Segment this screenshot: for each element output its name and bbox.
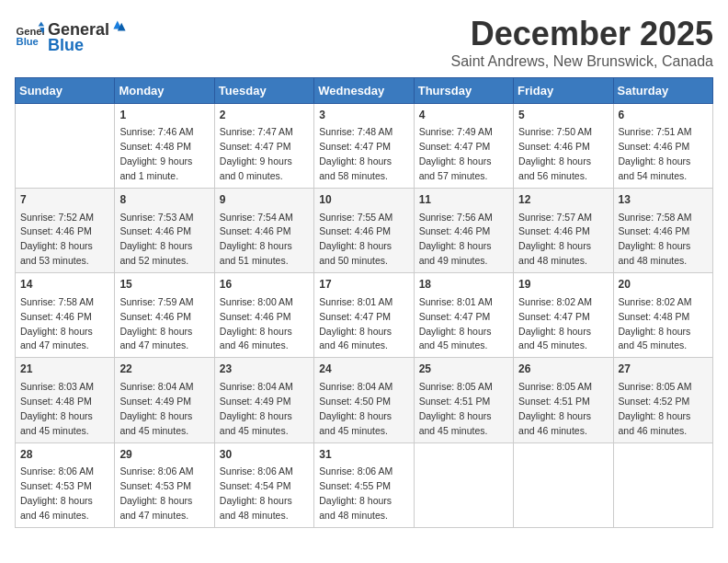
day-number: 3 bbox=[319, 108, 408, 123]
weekday-header: Tuesday bbox=[214, 78, 313, 104]
weekday-header: Wednesday bbox=[314, 78, 414, 104]
day-number: 30 bbox=[220, 447, 309, 463]
title-section: December 2025 Saint Andrews, New Brunswi… bbox=[451, 15, 713, 70]
day-number: 26 bbox=[518, 362, 608, 377]
day-info: Sunrise: 7:52 AM Sunset: 4:46 PM Dayligh… bbox=[20, 212, 94, 267]
calendar-week-row: 28Sunrise: 8:06 AM Sunset: 4:53 PM Dayli… bbox=[16, 442, 713, 527]
calendar-cell: 22Sunrise: 8:04 AM Sunset: 4:49 PM Dayli… bbox=[115, 358, 214, 442]
calendar-cell: 14Sunrise: 7:58 AM Sunset: 4:46 PM Dayli… bbox=[16, 273, 115, 358]
calendar-cell: 15Sunrise: 7:59 AM Sunset: 4:46 PM Dayli… bbox=[115, 273, 214, 358]
day-number: 28 bbox=[20, 447, 109, 463]
day-number: 2 bbox=[220, 108, 309, 123]
day-info: Sunrise: 8:02 AM Sunset: 4:47 PM Dayligh… bbox=[518, 296, 592, 351]
header: General Blue General Blue December 2025 … bbox=[15, 15, 713, 70]
calendar-cell: 8Sunrise: 7:53 AM Sunset: 4:46 PM Daylig… bbox=[115, 189, 214, 273]
calendar-cell: 21Sunrise: 8:03 AM Sunset: 4:48 PM Dayli… bbox=[16, 358, 115, 442]
calendar-table: SundayMondayTuesdayWednesdayThursdayFrid… bbox=[15, 77, 713, 528]
day-info: Sunrise: 7:58 AM Sunset: 4:46 PM Dayligh… bbox=[20, 296, 94, 351]
subtitle: Saint Andrews, New Brunswick, Canada bbox=[451, 53, 713, 70]
logo-arrow-icon bbox=[109, 15, 130, 35]
svg-text:Blue: Blue bbox=[17, 36, 39, 47]
day-info: Sunrise: 8:04 AM Sunset: 4:50 PM Dayligh… bbox=[319, 381, 392, 436]
day-number: 4 bbox=[419, 108, 508, 123]
day-info: Sunrise: 8:02 AM Sunset: 4:48 PM Dayligh… bbox=[619, 296, 692, 351]
calendar-cell: 24Sunrise: 8:04 AM Sunset: 4:50 PM Dayli… bbox=[314, 358, 414, 442]
day-info: Sunrise: 7:55 AM Sunset: 4:46 PM Dayligh… bbox=[319, 212, 392, 267]
calendar-cell: 20Sunrise: 8:02 AM Sunset: 4:48 PM Dayli… bbox=[613, 273, 712, 358]
day-number: 12 bbox=[518, 192, 608, 208]
day-number: 9 bbox=[220, 192, 309, 208]
calendar-cell: 3Sunrise: 7:48 AM Sunset: 4:47 PM Daylig… bbox=[314, 104, 414, 189]
calendar-cell: 6Sunrise: 7:51 AM Sunset: 4:46 PM Daylig… bbox=[613, 104, 712, 189]
day-info: Sunrise: 7:46 AM Sunset: 4:48 PM Dayligh… bbox=[119, 126, 193, 181]
day-info: Sunrise: 8:05 AM Sunset: 4:51 PM Dayligh… bbox=[518, 381, 592, 436]
calendar-cell: 31Sunrise: 8:06 AM Sunset: 4:55 PM Dayli… bbox=[314, 442, 414, 527]
day-number: 16 bbox=[220, 277, 309, 293]
day-number: 13 bbox=[619, 192, 708, 208]
day-number: 21 bbox=[20, 362, 109, 377]
calendar-cell: 26Sunrise: 8:05 AM Sunset: 4:51 PM Dayli… bbox=[514, 358, 613, 442]
calendar-week-row: 1Sunrise: 7:46 AM Sunset: 4:48 PM Daylig… bbox=[16, 104, 713, 189]
calendar-cell: 25Sunrise: 8:05 AM Sunset: 4:51 PM Dayli… bbox=[414, 358, 513, 442]
calendar-cell: 5Sunrise: 7:50 AM Sunset: 4:46 PM Daylig… bbox=[514, 104, 613, 189]
day-number: 14 bbox=[20, 277, 109, 293]
day-info: Sunrise: 8:05 AM Sunset: 4:52 PM Dayligh… bbox=[619, 381, 692, 436]
day-info: Sunrise: 8:06 AM Sunset: 4:55 PM Dayligh… bbox=[319, 465, 392, 521]
day-info: Sunrise: 7:49 AM Sunset: 4:47 PM Dayligh… bbox=[419, 126, 493, 181]
day-number: 23 bbox=[220, 362, 309, 377]
day-number: 20 bbox=[619, 277, 708, 293]
calendar-cell bbox=[613, 442, 712, 527]
day-info: Sunrise: 8:04 AM Sunset: 4:49 PM Dayligh… bbox=[220, 381, 293, 436]
day-info: Sunrise: 7:53 AM Sunset: 4:46 PM Dayligh… bbox=[119, 212, 193, 267]
weekday-header: Friday bbox=[514, 78, 613, 104]
day-number: 7 bbox=[20, 192, 109, 208]
weekday-header: Monday bbox=[115, 78, 214, 104]
calendar-cell: 23Sunrise: 8:04 AM Sunset: 4:49 PM Dayli… bbox=[214, 358, 313, 442]
calendar-week-row: 7Sunrise: 7:52 AM Sunset: 4:46 PM Daylig… bbox=[16, 189, 713, 273]
day-number: 22 bbox=[119, 362, 209, 377]
calendar-cell: 4Sunrise: 7:49 AM Sunset: 4:47 PM Daylig… bbox=[414, 104, 513, 189]
calendar-cell bbox=[16, 104, 115, 189]
weekday-header: Saturday bbox=[613, 78, 712, 104]
day-info: Sunrise: 7:56 AM Sunset: 4:46 PM Dayligh… bbox=[419, 212, 493, 267]
day-number: 5 bbox=[518, 108, 608, 123]
day-info: Sunrise: 8:01 AM Sunset: 4:47 PM Dayligh… bbox=[319, 296, 392, 351]
day-info: Sunrise: 8:06 AM Sunset: 4:53 PM Dayligh… bbox=[119, 465, 193, 521]
calendar-cell: 16Sunrise: 8:00 AM Sunset: 4:46 PM Dayli… bbox=[214, 273, 313, 358]
calendar-cell: 29Sunrise: 8:06 AM Sunset: 4:53 PM Dayli… bbox=[115, 442, 214, 527]
day-info: Sunrise: 8:04 AM Sunset: 4:49 PM Dayligh… bbox=[119, 381, 193, 436]
day-info: Sunrise: 7:54 AM Sunset: 4:46 PM Dayligh… bbox=[220, 212, 293, 267]
calendar-cell bbox=[514, 442, 613, 527]
day-number: 18 bbox=[419, 277, 508, 293]
day-info: Sunrise: 7:47 AM Sunset: 4:47 PM Dayligh… bbox=[220, 126, 293, 181]
day-number: 25 bbox=[419, 362, 508, 377]
day-info: Sunrise: 7:50 AM Sunset: 4:46 PM Dayligh… bbox=[518, 126, 592, 181]
day-number: 29 bbox=[119, 447, 209, 463]
day-info: Sunrise: 8:00 AM Sunset: 4:46 PM Dayligh… bbox=[220, 296, 293, 351]
day-info: Sunrise: 7:51 AM Sunset: 4:46 PM Dayligh… bbox=[619, 126, 692, 181]
calendar-cell: 13Sunrise: 7:58 AM Sunset: 4:46 PM Dayli… bbox=[613, 189, 712, 273]
calendar-cell: 30Sunrise: 8:06 AM Sunset: 4:54 PM Dayli… bbox=[214, 442, 313, 527]
day-info: Sunrise: 7:57 AM Sunset: 4:46 PM Dayligh… bbox=[518, 212, 592, 267]
day-number: 8 bbox=[119, 192, 209, 208]
weekday-header: Sunday bbox=[16, 78, 115, 104]
calendar-cell: 10Sunrise: 7:55 AM Sunset: 4:46 PM Dayli… bbox=[314, 189, 414, 273]
calendar-cell bbox=[414, 442, 513, 527]
calendar-cell: 7Sunrise: 7:52 AM Sunset: 4:46 PM Daylig… bbox=[16, 189, 115, 273]
calendar-cell: 9Sunrise: 7:54 AM Sunset: 4:46 PM Daylig… bbox=[214, 189, 313, 273]
calendar-cell: 2Sunrise: 7:47 AM Sunset: 4:47 PM Daylig… bbox=[214, 104, 313, 189]
day-number: 6 bbox=[619, 108, 708, 123]
calendar-cell: 18Sunrise: 8:01 AM Sunset: 4:47 PM Dayli… bbox=[414, 273, 513, 358]
day-info: Sunrise: 7:58 AM Sunset: 4:46 PM Dayligh… bbox=[619, 212, 692, 267]
day-info: Sunrise: 8:01 AM Sunset: 4:47 PM Dayligh… bbox=[419, 296, 493, 351]
calendar-cell: 1Sunrise: 7:46 AM Sunset: 4:48 PM Daylig… bbox=[115, 104, 214, 189]
day-info: Sunrise: 7:59 AM Sunset: 4:46 PM Dayligh… bbox=[119, 296, 193, 351]
day-number: 11 bbox=[419, 192, 508, 208]
day-number: 19 bbox=[518, 277, 608, 293]
calendar-week-row: 14Sunrise: 7:58 AM Sunset: 4:46 PM Dayli… bbox=[16, 273, 713, 358]
calendar-cell: 19Sunrise: 8:02 AM Sunset: 4:47 PM Dayli… bbox=[514, 273, 613, 358]
day-info: Sunrise: 8:03 AM Sunset: 4:48 PM Dayligh… bbox=[20, 381, 94, 436]
day-number: 10 bbox=[319, 192, 408, 208]
day-info: Sunrise: 7:48 AM Sunset: 4:47 PM Dayligh… bbox=[319, 126, 392, 181]
day-number: 15 bbox=[119, 277, 209, 293]
